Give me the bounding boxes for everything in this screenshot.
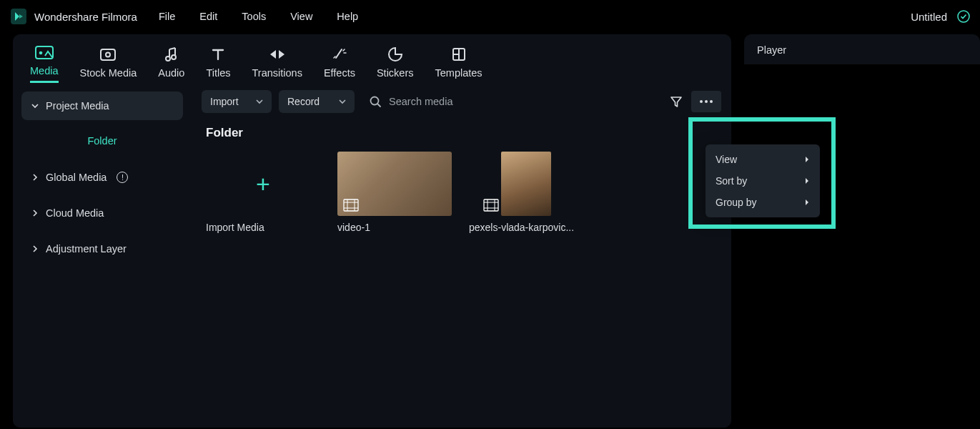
chevron-right-icon: [31, 209, 39, 217]
filter-icon[interactable]: [668, 94, 684, 109]
folder-heading: Folder: [192, 120, 731, 152]
sidebar-item-label: Global Media: [46, 172, 107, 183]
tile-label: Import Media: [206, 222, 320, 233]
document-title[interactable]: Untitled: [911, 11, 947, 23]
svg-point-11: [705, 100, 708, 103]
film-icon: [343, 199, 359, 212]
svg-rect-4: [101, 49, 115, 60]
menu-tools[interactable]: Tools: [242, 11, 266, 22]
stickers-icon: [387, 46, 403, 63]
menu-view[interactable]: View: [290, 11, 312, 22]
tab-templates[interactable]: Templates: [435, 46, 482, 83]
chevron-right-icon: [804, 156, 810, 163]
save-status-icon: [957, 10, 970, 23]
svg-point-12: [710, 100, 713, 103]
transitions-icon: [268, 46, 287, 63]
player-viewport[interactable]: [744, 64, 980, 415]
tile-label: video-1: [337, 222, 452, 233]
tile-video-1[interactable]: video-1: [337, 152, 452, 233]
panel-tabstrip: Media Stock Media Audio Titles: [13, 34, 731, 83]
chevron-right-icon: [804, 177, 810, 184]
record-label: Record: [287, 96, 320, 107]
media-grid: + Import Media video-1: [192, 152, 731, 233]
svg-point-9: [371, 97, 379, 105]
chevron-right-icon: [31, 245, 39, 252]
tab-titles-label: Titles: [206, 67, 230, 79]
panel-body: Project Media Folder Global Media !: [13, 83, 731, 428]
workspace: Media Stock Media Audio Titles: [0, 33, 980, 428]
app-logo-group: Wondershare Filmora: [10, 8, 137, 25]
svg-point-10: [700, 100, 703, 103]
tile-import-media[interactable]: + Import Media: [206, 152, 320, 233]
audio-icon: [164, 46, 179, 63]
tab-transitions[interactable]: Transitions: [252, 46, 302, 83]
sidebar-item-global-media[interactable]: Global Media !: [21, 163, 183, 192]
templates-icon: [451, 46, 467, 63]
import-dropdown[interactable]: Import: [202, 90, 272, 113]
sidebar-item-label: Adjustment Layer: [46, 243, 127, 255]
search-box[interactable]: [362, 90, 661, 113]
tab-stickers[interactable]: Stickers: [377, 46, 414, 83]
import-thumb: +: [206, 152, 320, 216]
svg-point-6: [166, 56, 170, 61]
sidebar-sub-label: Folder: [87, 135, 117, 147]
svg-rect-2: [36, 46, 53, 59]
tab-stock-media[interactable]: Stock Media: [80, 46, 137, 83]
sidebar-item-adjustment-layer[interactable]: Adjustment Layer: [21, 235, 183, 263]
stock-media-icon: [99, 46, 117, 63]
search-input[interactable]: [389, 96, 654, 107]
ctx-sort-by[interactable]: Sort by: [706, 170, 820, 192]
media-panel: Media Stock Media Audio Titles: [13, 34, 731, 428]
video-thumb: [469, 152, 583, 216]
tab-media[interactable]: Media: [30, 44, 59, 83]
titles-icon: [210, 46, 226, 63]
svg-rect-13: [344, 199, 358, 211]
info-icon: !: [117, 172, 128, 183]
svg-point-1: [958, 11, 969, 22]
menu-edit[interactable]: Edit: [199, 11, 217, 22]
sidebar-item-label: Cloud Media: [46, 207, 104, 219]
media-content: Import Record: [192, 83, 731, 428]
ctx-group-by[interactable]: Group by: [706, 192, 820, 213]
menubar: File Edit Tools View Help: [159, 11, 358, 22]
sidebar-item-label: Project Media: [46, 100, 109, 112]
tab-effects[interactable]: Effects: [324, 46, 355, 83]
tile-video-2[interactable]: pexels-vlada-karpovic...: [469, 152, 583, 233]
ctx-label: Group by: [716, 197, 757, 208]
plus-icon: +: [256, 170, 270, 198]
tab-audio-label: Audio: [158, 67, 184, 79]
tab-transitions-label: Transitions: [252, 67, 302, 79]
menu-file[interactable]: File: [159, 11, 175, 22]
tab-stock-label: Stock Media: [80, 67, 137, 79]
filmora-logo-icon: [10, 8, 27, 25]
film-icon: [483, 199, 499, 212]
sidebar-item-project-media[interactable]: Project Media: [21, 92, 183, 120]
media-icon: [35, 44, 54, 61]
tab-media-label: Media: [30, 65, 59, 77]
titlebar-right: Untitled: [911, 10, 970, 23]
chevron-right-icon: [31, 174, 39, 181]
effects-icon: [332, 46, 347, 63]
titlebar: Wondershare Filmora File Edit Tools View…: [0, 0, 980, 33]
tab-stickers-label: Stickers: [377, 67, 414, 79]
tab-titles[interactable]: Titles: [206, 46, 230, 83]
search-icon: [369, 95, 382, 108]
chevron-down-icon: [256, 98, 263, 105]
sidebar-sub-folder[interactable]: Folder: [21, 127, 183, 154]
import-label: Import: [210, 96, 239, 107]
sidebar-item-cloud-media[interactable]: Cloud Media: [21, 199, 183, 227]
tab-templates-label: Templates: [435, 67, 482, 79]
chevron-right-icon: [804, 199, 810, 206]
tab-audio[interactable]: Audio: [158, 46, 184, 83]
svg-rect-14: [484, 199, 498, 211]
video-thumb: [337, 152, 452, 216]
ctx-view[interactable]: View: [706, 149, 820, 170]
record-dropdown[interactable]: Record: [279, 90, 355, 113]
more-options-button[interactable]: [691, 91, 721, 112]
tab-effects-label: Effects: [324, 67, 355, 79]
menu-help[interactable]: Help: [337, 11, 358, 22]
ctx-label: View: [716, 154, 737, 165]
chevron-down-icon: [339, 98, 346, 105]
chevron-down-icon: [31, 102, 39, 109]
content-toolbar: Import Record: [192, 83, 731, 120]
